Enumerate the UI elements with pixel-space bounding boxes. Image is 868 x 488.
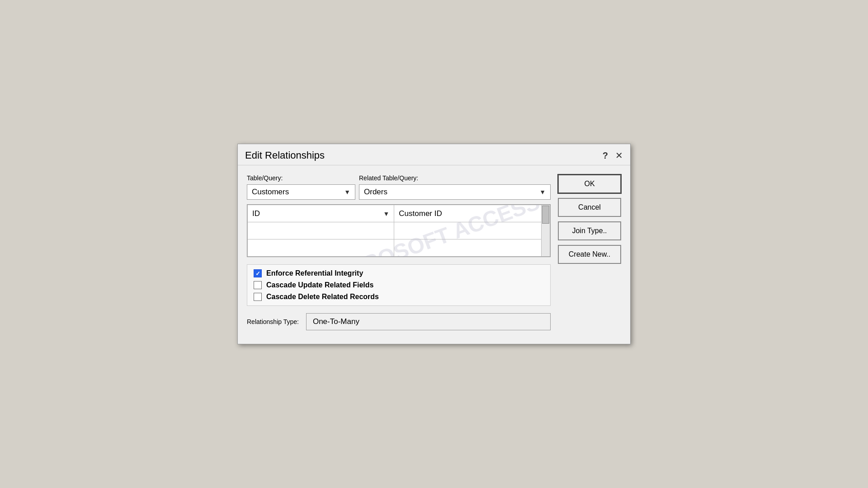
related-table-label: Related Table/Query: <box>359 174 551 182</box>
fields-table: ID ▼ Customer ID <box>247 204 551 257</box>
edit-relationships-dialog: Edit Relationships ? ✕ Table/Query: Rela… <box>237 144 631 344</box>
cancel-button[interactable]: Cancel <box>558 198 621 217</box>
labels-row: Table/Query: Related Table/Query: <box>247 174 551 182</box>
cascade-update-checkbox[interactable] <box>254 281 262 289</box>
field-id-text: ID <box>252 209 260 218</box>
checkboxes-section: Enforce Referential Integrity Cascade Up… <box>247 264 551 306</box>
create-new-button[interactable]: Create New.. <box>558 245 621 264</box>
enforce-integrity-checkbox[interactable] <box>254 269 262 277</box>
table-query-label: Table/Query: <box>247 174 355 182</box>
table-row <box>248 222 550 239</box>
related-table-dropdown[interactable]: Orders ▼ <box>359 184 551 200</box>
dialog-body: Table/Query: Related Table/Query: Custom… <box>238 165 630 339</box>
table-query-dropdown[interactable]: Customers ▼ <box>247 184 355 200</box>
table-query-arrow: ▼ <box>344 188 350 196</box>
field-left-empty2[interactable] <box>248 239 394 257</box>
scrollbar-thumb <box>542 206 549 224</box>
cascade-update-row: Cascade Update Related Fields <box>254 281 544 289</box>
field-right-empty1[interactable] <box>394 222 542 239</box>
field-id-arrow: ▼ <box>383 210 389 217</box>
field-customerid-text: Customer ID <box>399 209 442 218</box>
title-bar: Edit Relationships ? ✕ <box>238 144 630 165</box>
dialog-title: Edit Relationships <box>245 150 325 161</box>
table-row: ID ▼ Customer ID <box>248 205 550 222</box>
cascade-delete-row: Cascade Delete Related Records <box>254 293 544 301</box>
field-left-id[interactable]: ID ▼ <box>248 205 394 222</box>
title-bar-controls: ? ✕ <box>603 150 623 161</box>
join-type-button[interactable]: Join Type.. <box>558 221 621 240</box>
related-table-arrow: ▼ <box>539 188 546 196</box>
dropdowns-row: Customers ▼ Orders ▼ <box>247 184 551 200</box>
relationship-type-row: Relationship Type: One-To-Many <box>247 313 551 330</box>
field-right-empty2[interactable] <box>394 239 542 257</box>
table-query-value: Customers <box>252 188 289 197</box>
close-button[interactable]: ✕ <box>615 150 623 161</box>
related-table-value: Orders <box>364 188 387 197</box>
fields-table-inner: ID ▼ Customer ID <box>247 205 550 257</box>
left-panel: Table/Query: Related Table/Query: Custom… <box>247 174 551 330</box>
relationship-type-label: Relationship Type: <box>247 318 299 325</box>
enforce-integrity-label: Enforce Referential Integrity <box>266 269 363 277</box>
enforce-integrity-row: Enforce Referential Integrity <box>254 269 544 277</box>
cascade-delete-checkbox[interactable] <box>254 293 262 301</box>
right-panel: OK Cancel Join Type.. Create New.. <box>558 174 621 330</box>
scrollbar[interactable] <box>541 205 550 257</box>
cascade-update-label: Cascade Update Related Fields <box>266 281 373 289</box>
relationship-type-value: One-To-Many <box>306 313 551 330</box>
cascade-delete-label: Cascade Delete Related Records <box>266 293 379 301</box>
ok-button[interactable]: OK <box>558 174 621 193</box>
dialog-footer <box>238 339 630 344</box>
field-right-customerid[interactable]: Customer ID <box>394 205 542 222</box>
help-button[interactable]: ? <box>603 150 608 161</box>
field-left-empty1[interactable] <box>248 222 394 239</box>
table-row <box>248 239 550 257</box>
